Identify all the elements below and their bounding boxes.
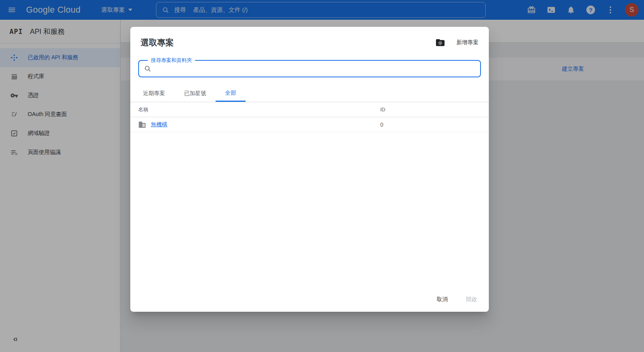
tab-label: 已加星號 — [184, 90, 206, 97]
organization-icon — [138, 121, 146, 129]
project-search-input[interactable] — [156, 66, 475, 72]
no-organization-link[interactable]: 無機構 — [151, 121, 167, 128]
open-button-disabled[interactable]: 開啟 — [466, 296, 477, 303]
select-project-dialog: 選取專案 新增專案 搜尋專案和資料夾 近期專案 已加星號 全部 — [130, 27, 489, 312]
project-search-label: 搜尋專案和資料夾 — [148, 57, 195, 64]
table-row[interactable]: 無機構 0 — [130, 117, 489, 132]
row-id-value: 0 — [380, 122, 481, 128]
tab-all[interactable]: 全部 — [216, 85, 246, 102]
project-tabs: 近期專案 已加星號 全部 — [130, 85, 489, 102]
project-table-header: 名稱 ID — [130, 102, 489, 117]
project-search-field[interactable]: 搜尋專案和資料夾 — [138, 60, 481, 77]
page: Google Cloud 選取專案 搜尋 產品、資源、文件 (/) ? — [0, 0, 644, 352]
manage-resources-folder-icon[interactable] — [435, 37, 445, 48]
dialog-header-actions: 新增專案 — [435, 37, 479, 48]
dialog-footer: 取消 開啟 — [437, 296, 477, 303]
dialog-header: 選取專案 新增專案 — [130, 27, 489, 48]
tab-label: 近期專案 — [143, 90, 165, 97]
search-icon — [144, 65, 152, 73]
column-header-name: 名稱 — [138, 106, 380, 113]
new-project-button[interactable]: 新增專案 — [456, 39, 479, 46]
dialog-title: 選取專案 — [141, 37, 174, 48]
tab-label: 全部 — [225, 90, 236, 97]
tab-starred[interactable]: 已加星號 — [175, 85, 216, 102]
tab-recent[interactable]: 近期專案 — [133, 85, 175, 102]
cancel-button[interactable]: 取消 — [437, 296, 448, 303]
column-header-id: ID — [380, 107, 481, 112]
